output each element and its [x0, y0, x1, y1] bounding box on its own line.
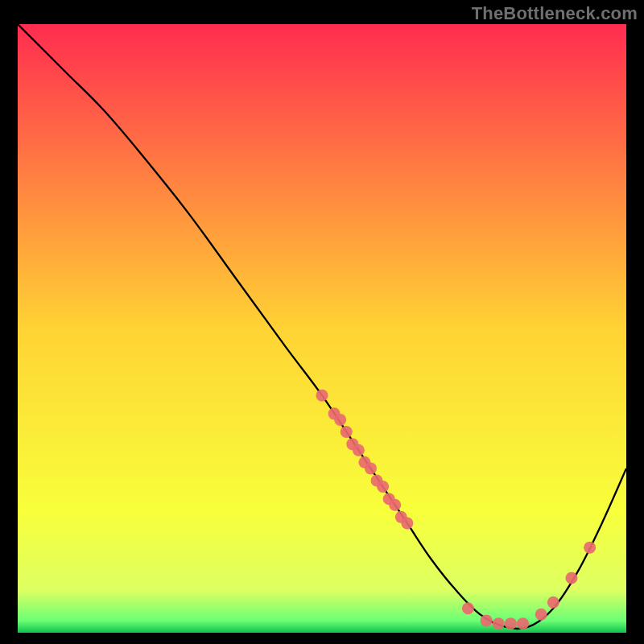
data-marker — [462, 602, 474, 614]
data-marker — [535, 609, 547, 621]
chart-frame: TheBottleneck.com — [0, 0, 644, 644]
data-marker — [547, 597, 559, 609]
data-marker — [353, 444, 365, 456]
data-marker — [365, 462, 377, 474]
data-marker — [565, 572, 577, 584]
chart-plot — [18, 24, 626, 633]
data-marker — [401, 517, 413, 529]
data-marker — [481, 614, 493, 626]
data-marker — [377, 481, 389, 493]
data-marker — [334, 414, 346, 426]
data-marker — [389, 499, 401, 511]
watermark-text: TheBottleneck.com — [472, 3, 638, 24]
data-marker — [584, 542, 596, 554]
data-marker — [493, 617, 505, 630]
data-marker — [316, 390, 328, 402]
data-marker — [341, 426, 353, 438]
data-marker — [517, 617, 529, 630]
chart-svg — [18, 24, 626, 633]
data-marker — [505, 617, 517, 630]
